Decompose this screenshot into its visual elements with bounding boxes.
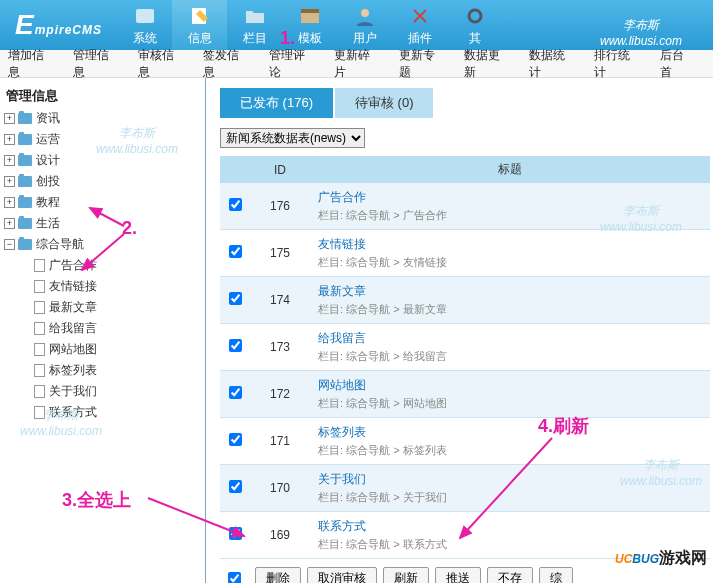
tabs: 已发布 (176) 待审核 (0) <box>220 88 705 118</box>
tree-page[interactable]: 给我留言 <box>18 318 201 339</box>
row-title-link[interactable]: 联系方式 <box>318 518 702 535</box>
row-crumb: 栏目: 综合导航 > 关于我们 <box>318 490 702 505</box>
folder-icon <box>18 134 32 145</box>
tree-page[interactable]: 最新文章 <box>18 297 201 318</box>
subnav-datastats[interactable]: 数据统计 <box>529 47 576 81</box>
refresh-button[interactable]: 刷新 <box>383 567 429 583</box>
row-checkbox[interactable] <box>229 292 242 305</box>
subnav-topic[interactable]: 更新专题 <box>399 47 446 81</box>
page-icon <box>34 364 45 377</box>
row-checkbox[interactable] <box>229 339 242 352</box>
tree-folder[interactable]: +创投 <box>4 171 201 192</box>
row-id: 174 <box>250 277 310 324</box>
push-button[interactable]: 推送 <box>435 567 481 583</box>
subnav-dataupdate[interactable]: 数据更新 <box>464 47 511 81</box>
th-title: 标题 <box>310 156 710 183</box>
row-id: 169 <box>250 512 310 559</box>
nav-column[interactable]: 栏目 <box>227 0 282 50</box>
delete-button[interactable]: 删除 <box>255 567 301 583</box>
sidebar-title: 管理信息 <box>4 84 201 108</box>
expand-icon[interactable]: + <box>4 197 15 208</box>
tree-folder[interactable]: +资讯 <box>4 108 201 129</box>
folder-icon <box>241 4 269 28</box>
row-title-link[interactable]: 友情链接 <box>318 236 702 253</box>
more-button[interactable]: 综 <box>539 567 573 583</box>
page-icon <box>34 322 45 335</box>
subnav-rank[interactable]: 排行统计 <box>594 47 641 81</box>
tree-page[interactable]: 关于我们 <box>18 381 201 402</box>
collapse-icon[interactable]: − <box>4 239 15 250</box>
row-crumb: 栏目: 综合导航 > 标签列表 <box>318 443 702 458</box>
tab-pending[interactable]: 待审核 (0) <box>335 88 434 118</box>
tree-folder[interactable]: +教程 <box>4 192 201 213</box>
row-crumb: 栏目: 综合导航 > 友情链接 <box>318 255 702 270</box>
row-checkbox[interactable] <box>229 245 242 258</box>
main: 管理信息 +资讯 +运营 +设计 +创投 +教程 +生活 −综合导航 广告合作 … <box>0 78 713 583</box>
row-title-link[interactable]: 网站地图 <box>318 377 702 394</box>
nav-info[interactable]: 信息 <box>172 0 227 50</box>
unapprove-button[interactable]: 取消审核 <box>307 567 377 583</box>
row-checkbox[interactable] <box>229 386 242 399</box>
data-table-select[interactable]: 新闻系统数据表(news) <box>220 128 365 148</box>
table-select-row: 新闻系统数据表(news) <box>220 128 705 148</box>
subnav-manage[interactable]: 管理信息 <box>73 47 120 81</box>
page-icon <box>34 301 45 314</box>
row-title-link[interactable]: 广告合作 <box>318 189 702 206</box>
tree-page[interactable]: 标签列表 <box>18 360 201 381</box>
folder-icon <box>18 113 32 124</box>
subnav-home[interactable]: 后台首 <box>660 47 695 81</box>
table-row: 172网站地图栏目: 综合导航 > 网站地图 <box>220 371 710 418</box>
table-row: 171标签列表栏目: 综合导航 > 标签列表 <box>220 418 710 465</box>
tree-page[interactable]: 广告合作 <box>18 255 201 276</box>
subnav-sign[interactable]: 签发信息 <box>203 47 250 81</box>
tree-folder[interactable]: +设计 <box>4 150 201 171</box>
tree-page[interactable]: 联系方式 <box>18 402 201 423</box>
sub-nav: 增加信息 管理信息 审核信息 签发信息 管理评论 更新碎片 更新专题 数据更新 … <box>0 50 713 78</box>
subnav-audit[interactable]: 审核信息 <box>138 47 185 81</box>
tree-page[interactable]: 网站地图 <box>18 339 201 360</box>
row-title-link[interactable]: 关于我们 <box>318 471 702 488</box>
row-title-link[interactable]: 标签列表 <box>318 424 702 441</box>
row-checkbox[interactable] <box>229 527 242 540</box>
row-id: 170 <box>250 465 310 512</box>
row-id: 172 <box>250 371 310 418</box>
table-row: 169联系方式栏目: 综合导航 > 联系方式 <box>220 512 710 559</box>
nav-system[interactable]: 系统 <box>117 0 172 50</box>
folder-icon <box>18 176 32 187</box>
table-row: 170关于我们栏目: 综合导航 > 关于我们 <box>220 465 710 512</box>
row-crumb: 栏目: 综合导航 > 最新文章 <box>318 302 702 317</box>
subnav-add[interactable]: 增加信息 <box>8 47 55 81</box>
row-title-link[interactable]: 给我留言 <box>318 330 702 347</box>
nav-template[interactable]: 模板 <box>282 0 337 50</box>
expand-icon[interactable]: + <box>4 134 15 145</box>
row-checkbox[interactable] <box>229 198 242 211</box>
row-crumb: 栏目: 综合导航 > 广告合作 <box>318 208 702 223</box>
tree-children: 广告合作 友情链接 最新文章 给我留言 网站地图 标签列表 关于我们 联系方式 <box>18 255 201 423</box>
expand-icon[interactable]: + <box>4 218 15 229</box>
subnav-comment[interactable]: 管理评论 <box>269 47 316 81</box>
tree-folder[interactable]: +运营 <box>4 129 201 150</box>
check-all[interactable] <box>228 572 241 583</box>
sidebar: 管理信息 +资讯 +运营 +设计 +创投 +教程 +生活 −综合导航 广告合作 … <box>0 78 206 583</box>
tree-folder-open[interactable]: −综合导航 <box>4 234 201 255</box>
expand-icon[interactable]: + <box>4 113 15 124</box>
subnav-fragment[interactable]: 更新碎片 <box>334 47 381 81</box>
folder-icon <box>18 239 32 250</box>
nav-other[interactable]: 其 <box>447 0 502 50</box>
nav-user[interactable]: 用户 <box>337 0 392 50</box>
svg-rect-3 <box>301 9 319 13</box>
row-crumb: 栏目: 综合导航 > 网站地图 <box>318 396 702 411</box>
expand-icon[interactable]: + <box>4 176 15 187</box>
nocache-button[interactable]: 不存 <box>487 567 533 583</box>
svg-rect-0 <box>136 9 154 23</box>
row-checkbox[interactable] <box>229 433 242 446</box>
folder-icon <box>18 197 32 208</box>
content: 已发布 (176) 待审核 (0) 新闻系统数据表(news) ID 标题 17… <box>206 78 713 583</box>
row-title-link[interactable]: 最新文章 <box>318 283 702 300</box>
tree-page[interactable]: 友情链接 <box>18 276 201 297</box>
tab-published[interactable]: 已发布 (176) <box>220 88 333 118</box>
tree-folder[interactable]: +生活 <box>4 213 201 234</box>
nav-plugin[interactable]: 插件 <box>392 0 447 50</box>
row-checkbox[interactable] <box>229 480 242 493</box>
expand-icon[interactable]: + <box>4 155 15 166</box>
